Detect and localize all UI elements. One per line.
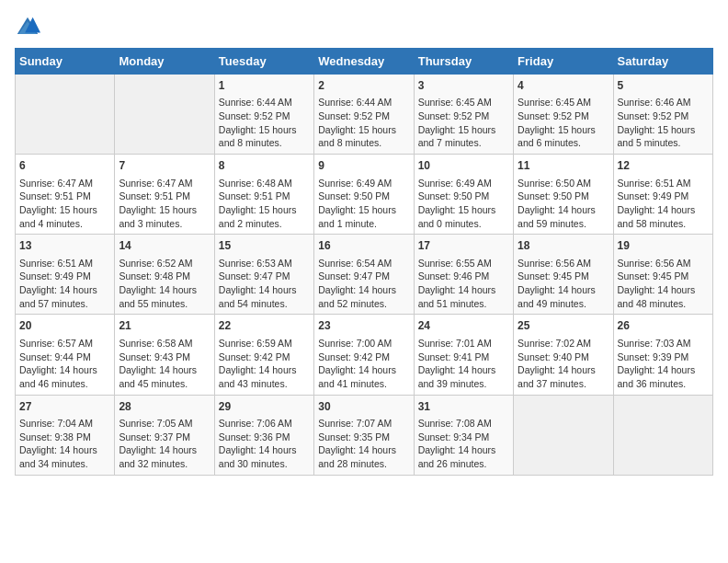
- calendar-cell: 27Sunrise: 7:04 AM Sunset: 9:38 PM Dayli…: [16, 395, 115, 475]
- calendar-cell: [16, 75, 115, 155]
- header: [15, 15, 713, 40]
- day-number: 9: [318, 158, 409, 174]
- calendar-cell: 10Sunrise: 6:49 AM Sunset: 9:50 PM Dayli…: [414, 155, 513, 235]
- day-info: Sunrise: 6:51 AM Sunset: 9:49 PM Dayligh…: [618, 177, 709, 231]
- calendar-cell: 9Sunrise: 6:49 AM Sunset: 9:50 PM Daylig…: [314, 155, 414, 235]
- logo: [15, 15, 44, 40]
- day-info: Sunrise: 7:04 AM Sunset: 9:38 PM Dayligh…: [19, 417, 110, 471]
- header-day-tuesday: Tuesday: [214, 49, 313, 75]
- day-info: Sunrise: 6:51 AM Sunset: 9:49 PM Dayligh…: [19, 257, 110, 311]
- calendar-cell: 16Sunrise: 6:54 AM Sunset: 9:47 PM Dayli…: [314, 235, 414, 315]
- day-number: 31: [418, 399, 509, 415]
- calendar-cell: 26Sunrise: 7:03 AM Sunset: 9:39 PM Dayli…: [613, 315, 712, 395]
- day-info: Sunrise: 7:08 AM Sunset: 9:34 PM Dayligh…: [418, 417, 509, 471]
- day-info: Sunrise: 6:45 AM Sunset: 9:52 PM Dayligh…: [418, 96, 509, 150]
- day-info: Sunrise: 6:44 AM Sunset: 9:52 PM Dayligh…: [318, 96, 409, 150]
- day-info: Sunrise: 7:01 AM Sunset: 9:41 PM Dayligh…: [418, 337, 509, 391]
- day-info: Sunrise: 7:05 AM Sunset: 9:37 PM Dayligh…: [119, 417, 210, 471]
- calendar-cell: 2Sunrise: 6:44 AM Sunset: 9:52 PM Daylig…: [314, 75, 414, 155]
- calendar-cell: 4Sunrise: 6:45 AM Sunset: 9:52 PM Daylig…: [514, 75, 613, 155]
- calendar-cell: 7Sunrise: 6:47 AM Sunset: 9:51 PM Daylig…: [115, 155, 214, 235]
- calendar-cell: 5Sunrise: 6:46 AM Sunset: 9:52 PM Daylig…: [613, 75, 712, 155]
- day-info: Sunrise: 7:03 AM Sunset: 9:39 PM Dayligh…: [618, 337, 709, 391]
- day-number: 28: [119, 399, 210, 415]
- calendar-cell: 3Sunrise: 6:45 AM Sunset: 9:52 PM Daylig…: [414, 75, 513, 155]
- day-number: 7: [119, 158, 210, 174]
- day-info: Sunrise: 6:45 AM Sunset: 9:52 PM Dayligh…: [518, 96, 609, 150]
- day-info: Sunrise: 6:47 AM Sunset: 9:51 PM Dayligh…: [119, 177, 210, 231]
- calendar-cell: 6Sunrise: 6:47 AM Sunset: 9:51 PM Daylig…: [16, 155, 115, 235]
- calendar-week-row: 1Sunrise: 6:44 AM Sunset: 9:52 PM Daylig…: [16, 75, 713, 155]
- calendar-cell: 20Sunrise: 6:57 AM Sunset: 9:44 PM Dayli…: [16, 315, 115, 395]
- day-info: Sunrise: 6:56 AM Sunset: 9:45 PM Dayligh…: [518, 257, 609, 311]
- day-info: Sunrise: 7:02 AM Sunset: 9:40 PM Dayligh…: [518, 337, 609, 391]
- day-number: 21: [119, 318, 210, 334]
- header-day-friday: Friday: [514, 49, 613, 75]
- calendar-cell: 23Sunrise: 7:00 AM Sunset: 9:42 PM Dayli…: [314, 315, 414, 395]
- calendar-header-row: SundayMondayTuesdayWednesdayThursdayFrid…: [16, 49, 713, 75]
- calendar-cell: 28Sunrise: 7:05 AM Sunset: 9:37 PM Dayli…: [115, 395, 214, 475]
- day-number: 6: [19, 158, 110, 174]
- day-info: Sunrise: 6:48 AM Sunset: 9:51 PM Dayligh…: [219, 177, 310, 231]
- day-info: Sunrise: 6:59 AM Sunset: 9:42 PM Dayligh…: [219, 337, 310, 391]
- calendar-cell: 12Sunrise: 6:51 AM Sunset: 9:49 PM Dayli…: [613, 155, 712, 235]
- day-number: 16: [318, 238, 409, 254]
- calendar-cell: 1Sunrise: 6:44 AM Sunset: 9:52 PM Daylig…: [214, 75, 313, 155]
- day-info: Sunrise: 7:00 AM Sunset: 9:42 PM Dayligh…: [318, 337, 409, 391]
- day-number: 5: [618, 78, 709, 94]
- calendar-cell: 29Sunrise: 7:06 AM Sunset: 9:36 PM Dayli…: [214, 395, 313, 475]
- header-day-monday: Monday: [115, 49, 214, 75]
- day-number: 4: [518, 78, 609, 94]
- calendar-week-row: 27Sunrise: 7:04 AM Sunset: 9:38 PM Dayli…: [16, 395, 713, 475]
- day-number: 19: [618, 238, 709, 254]
- day-info: Sunrise: 6:46 AM Sunset: 9:52 PM Dayligh…: [618, 96, 709, 150]
- day-number: 11: [518, 158, 609, 174]
- day-info: Sunrise: 7:07 AM Sunset: 9:35 PM Dayligh…: [318, 417, 409, 471]
- calendar-cell: 15Sunrise: 6:53 AM Sunset: 9:47 PM Dayli…: [214, 235, 313, 315]
- day-number: 8: [219, 158, 310, 174]
- day-number: 27: [19, 399, 110, 415]
- calendar-cell: 18Sunrise: 6:56 AM Sunset: 9:45 PM Dayli…: [514, 235, 613, 315]
- calendar-cell: 31Sunrise: 7:08 AM Sunset: 9:34 PM Dayli…: [414, 395, 513, 475]
- calendar-week-row: 6Sunrise: 6:47 AM Sunset: 9:51 PM Daylig…: [16, 155, 713, 235]
- day-number: 13: [19, 238, 110, 254]
- day-number: 30: [318, 399, 409, 415]
- calendar-cell: 19Sunrise: 6:56 AM Sunset: 9:45 PM Dayli…: [613, 235, 712, 315]
- calendar-cell: 21Sunrise: 6:58 AM Sunset: 9:43 PM Dayli…: [115, 315, 214, 395]
- day-info: Sunrise: 6:55 AM Sunset: 9:46 PM Dayligh…: [418, 257, 509, 311]
- calendar-week-row: 20Sunrise: 6:57 AM Sunset: 9:44 PM Dayli…: [16, 315, 713, 395]
- day-number: 1: [219, 78, 310, 94]
- day-info: Sunrise: 6:47 AM Sunset: 9:51 PM Dayligh…: [19, 177, 110, 231]
- calendar-cell: 8Sunrise: 6:48 AM Sunset: 9:51 PM Daylig…: [214, 155, 313, 235]
- day-number: 12: [618, 158, 709, 174]
- day-info: Sunrise: 6:44 AM Sunset: 9:52 PM Dayligh…: [219, 96, 310, 150]
- header-day-wednesday: Wednesday: [314, 49, 414, 75]
- day-info: Sunrise: 6:58 AM Sunset: 9:43 PM Dayligh…: [119, 337, 210, 391]
- header-day-saturday: Saturday: [613, 49, 712, 75]
- day-number: 29: [219, 399, 310, 415]
- header-day-thursday: Thursday: [414, 49, 513, 75]
- calendar-week-row: 13Sunrise: 6:51 AM Sunset: 9:49 PM Dayli…: [16, 235, 713, 315]
- day-info: Sunrise: 6:53 AM Sunset: 9:47 PM Dayligh…: [219, 257, 310, 311]
- day-number: 20: [19, 318, 110, 334]
- day-number: 26: [618, 318, 709, 334]
- day-info: Sunrise: 6:49 AM Sunset: 9:50 PM Dayligh…: [418, 177, 509, 231]
- day-number: 22: [219, 318, 310, 334]
- calendar-cell: [115, 75, 214, 155]
- day-info: Sunrise: 6:54 AM Sunset: 9:47 PM Dayligh…: [318, 257, 409, 311]
- calendar-cell: 14Sunrise: 6:52 AM Sunset: 9:48 PM Dayli…: [115, 235, 214, 315]
- calendar-cell: 24Sunrise: 7:01 AM Sunset: 9:41 PM Dayli…: [414, 315, 513, 395]
- day-number: 18: [518, 238, 609, 254]
- day-info: Sunrise: 6:49 AM Sunset: 9:50 PM Dayligh…: [318, 177, 409, 231]
- calendar-cell: 13Sunrise: 6:51 AM Sunset: 9:49 PM Dayli…: [16, 235, 115, 315]
- calendar-cell: 17Sunrise: 6:55 AM Sunset: 9:46 PM Dayli…: [414, 235, 513, 315]
- day-info: Sunrise: 6:50 AM Sunset: 9:50 PM Dayligh…: [518, 177, 609, 231]
- day-number: 24: [418, 318, 509, 334]
- calendar-cell: 30Sunrise: 7:07 AM Sunset: 9:35 PM Dayli…: [314, 395, 414, 475]
- calendar-cell: [613, 395, 712, 475]
- day-number: 2: [318, 78, 409, 94]
- day-info: Sunrise: 6:56 AM Sunset: 9:45 PM Dayligh…: [618, 257, 709, 311]
- calendar-cell: 11Sunrise: 6:50 AM Sunset: 9:50 PM Dayli…: [514, 155, 613, 235]
- day-number: 17: [418, 238, 509, 254]
- day-number: 3: [418, 78, 509, 94]
